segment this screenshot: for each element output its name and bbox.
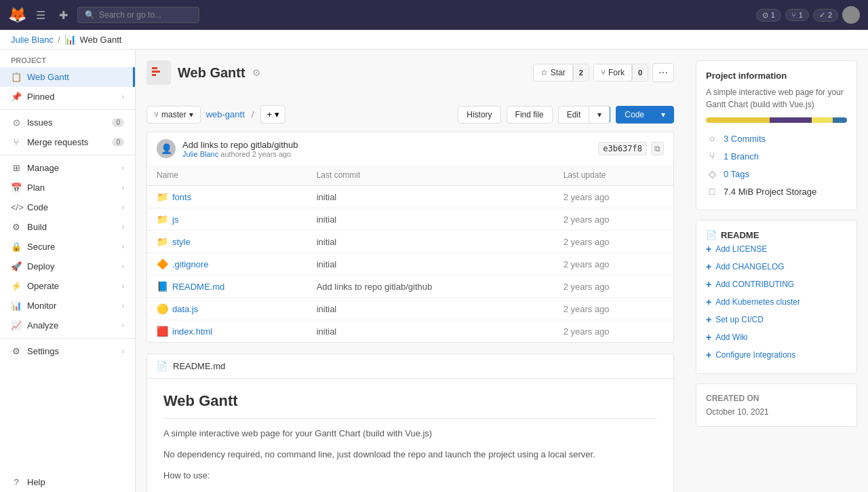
- commit-author-link[interactable]: Julie Blanc: [182, 150, 218, 158]
- file-commit-text: initial: [307, 320, 554, 343]
- file-name-link[interactable]: 🟥index.html: [157, 326, 298, 337]
- file-commit-text: initial: [307, 208, 554, 231]
- sidebar-item-monitor[interactable]: 📊 Monitor ›: [0, 296, 135, 316]
- sidebar-item-secure[interactable]: 🔒 Secure ›: [0, 237, 135, 257]
- copy-icon[interactable]: ⧉: [651, 142, 664, 155]
- add-file-button[interactable]: + ▾: [260, 105, 285, 124]
- project-info-card: Project information A simple interactive…: [696, 60, 857, 210]
- plus-icon: +: [706, 279, 711, 290]
- file-name-link[interactable]: 🔶.gitignore: [157, 259, 298, 269]
- file-commit-text: initial: [307, 186, 554, 208]
- storage-label: 7.4 MiB Project Storage: [724, 187, 816, 197]
- code-button-group: Code ▾: [616, 106, 674, 124]
- sidebar-item-build[interactable]: ⚙ Build ›: [0, 217, 135, 237]
- sidebar-item-code[interactable]: </> Code ›: [0, 197, 135, 217]
- readme-para-1: A simple interactive web page for your G…: [163, 427, 657, 441]
- sidebar-item-settings[interactable]: ⚙ Settings ›: [0, 341, 135, 361]
- find-file-button[interactable]: Find file: [507, 106, 553, 124]
- language-segment: [833, 117, 847, 123]
- pin-icon: 📌: [11, 92, 22, 102]
- repo-title: Web Gantt: [178, 65, 245, 81]
- readme-section: 📄 README.md Web Gantt A simple interacti…: [146, 354, 674, 492]
- file-name-link[interactable]: 📘README.md: [157, 281, 298, 292]
- file-commit-text: initial: [307, 298, 554, 320]
- path-repo-link[interactable]: web-gantt: [206, 109, 245, 119]
- tags-icon: ◇: [706, 168, 718, 179]
- sidebar-item-plan[interactable]: 📅 Plan ›: [0, 178, 135, 197]
- panel-link-item[interactable]: +Add Wiki: [706, 328, 847, 346]
- file-table-body: 📁fonts initial 2 years ago 📁js initial 2…: [147, 186, 674, 343]
- stats-branches[interactable]: ⑂ 1 Branch: [706, 147, 847, 165]
- sidebar-item-merge-requests[interactable]: ⑂ Merge requests 0: [0, 132, 135, 152]
- commit-hash-value[interactable]: e3b637f8: [598, 142, 647, 155]
- panel-link-item[interactable]: +Add CONTRIBUTING: [706, 276, 847, 293]
- sidebar-divider-2: [0, 155, 135, 155]
- stats-commits[interactable]: ○ 3 Commits: [706, 130, 847, 147]
- panel-link-item[interactable]: +Configure Integrations: [706, 346, 847, 364]
- issues-counter[interactable]: ⊙ 1: [756, 9, 781, 22]
- branch-icon: ⑂: [154, 110, 159, 119]
- branch-selector-button[interactable]: ⑂ master ▾: [146, 106, 201, 124]
- stats-tags[interactable]: ◇ 0 Tags: [706, 165, 847, 183]
- file-date-text: 2 years ago: [554, 320, 674, 343]
- commit-message[interactable]: Add links to repo gitlab/github: [182, 140, 591, 150]
- sidebar-item-web-gantt[interactable]: 📋 Web Gantt: [0, 67, 135, 87]
- file-type-icon: 🟡: [157, 303, 168, 314]
- code-chevron-button[interactable]: ▾: [652, 106, 674, 124]
- search-input[interactable]: 🔍 Search or go to...: [77, 7, 199, 23]
- branches-icon: ⑂: [706, 151, 718, 162]
- merge-requests-counter[interactable]: ⑂ 1: [785, 9, 809, 21]
- repo-header: Web Gantt ⚙: [146, 60, 261, 85]
- file-name-link[interactable]: 📁fonts: [157, 191, 298, 202]
- chevron-icon: ›: [122, 164, 124, 172]
- new-item-button[interactable]: ✚: [55, 6, 72, 24]
- sidebar-item-deploy[interactable]: 🚀 Deploy ›: [0, 257, 135, 276]
- sidebar-toggle-button[interactable]: ☰: [32, 6, 50, 24]
- action-bar: ⑂ master ▾ web-gantt / + ▾ History Find …: [146, 105, 674, 124]
- commits-label: 3 Commits: [724, 134, 766, 144]
- code-button[interactable]: Code: [616, 106, 652, 124]
- plus-icon: +: [706, 244, 711, 254]
- panel-link-item[interactable]: +Add Kubernetes cluster: [706, 293, 847, 311]
- table-row: 📁fonts initial 2 years ago: [147, 186, 674, 208]
- sidebar-item-issues[interactable]: ⊙ Issues 0: [0, 113, 135, 132]
- star-button[interactable]: ☆ Star: [534, 64, 573, 81]
- sidebar-item-operate[interactable]: ⚡ Operate ›: [0, 276, 135, 296]
- panel-link-item[interactable]: +Add CHANGELOG: [706, 258, 847, 276]
- build-icon: ⚙: [11, 222, 22, 232]
- sidebar-divider-3: [0, 338, 135, 339]
- panel-link-label: Configure Integrations: [715, 350, 795, 360]
- edit-chevron-button[interactable]: ▾: [589, 106, 610, 124]
- star-button-group: ☆ Star 2: [533, 64, 589, 81]
- repo-icon: 📋: [11, 72, 22, 82]
- panel-link-item[interactable]: +Set up CI/CD: [706, 311, 847, 328]
- panel-link-label: Set up CI/CD: [715, 315, 764, 324]
- chevron-icon: ›: [122, 243, 124, 250]
- language-segment: [706, 117, 770, 123]
- chevron-icon: ›: [122, 347, 124, 355]
- breadcrumb-user-link[interactable]: Julie Blanc: [11, 35, 54, 45]
- sidebar-item-manage[interactable]: ⊞ Manage ›: [0, 158, 135, 178]
- history-button[interactable]: History: [458, 106, 500, 124]
- file-name-link[interactable]: 📁js: [157, 214, 298, 225]
- issue-icon: ⊙: [762, 11, 768, 20]
- review-counter[interactable]: ✓ 2: [813, 9, 838, 22]
- repo-settings-icon[interactable]: ⚙: [252, 67, 261, 78]
- user-avatar[interactable]: [842, 6, 860, 24]
- col-name: Name: [147, 165, 307, 186]
- operate-icon: ⚡: [11, 281, 22, 291]
- panel-link-item[interactable]: +Add LICENSE: [706, 240, 847, 258]
- more-options-button[interactable]: ⋯: [652, 63, 674, 82]
- fork-button[interactable]: ⑂ Fork: [594, 64, 632, 81]
- sidebar-item-help[interactable]: ? Help: [0, 472, 135, 492]
- sidebar-item-pinned[interactable]: 📌 Pinned ›: [0, 87, 135, 107]
- file-name-link[interactable]: 📁style: [157, 236, 298, 247]
- repo-emoji-icon: 📊: [64, 34, 76, 45]
- branches-label: 1 Branch: [724, 151, 759, 162]
- sidebar-item-analyze[interactable]: 📈 Analyze ›: [0, 316, 135, 335]
- edit-button[interactable]: Edit: [558, 106, 589, 124]
- sidebar: Project 📋 Web Gantt 📌 Pinned › ⊙ Issues …: [0, 50, 136, 492]
- file-date-text: 2 years ago: [554, 298, 674, 320]
- file-name-link[interactable]: 🟡data.js: [157, 303, 298, 314]
- readme-panel-title: README: [721, 230, 759, 240]
